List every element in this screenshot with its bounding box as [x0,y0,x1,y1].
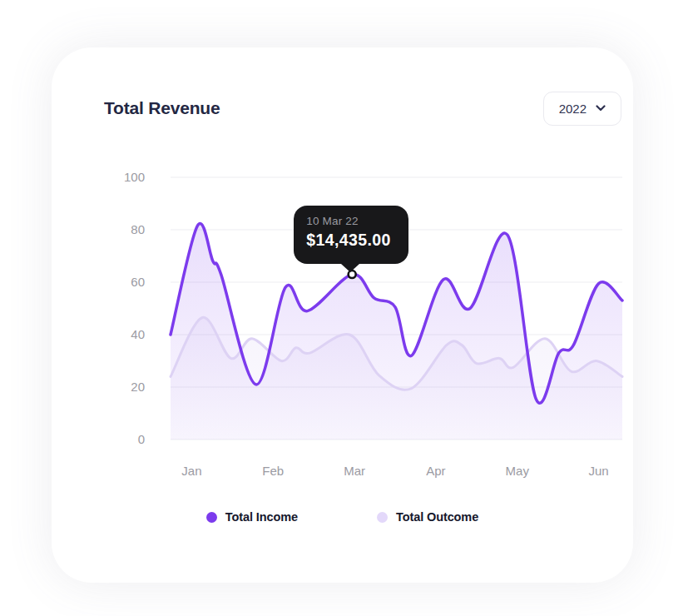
chart-legend: Total Income Total Outcome [52,510,633,524]
y-axis-label: 60 [131,275,145,289]
income-dot-icon [206,512,217,523]
legend-label: Total Income [225,510,298,524]
legend-item-total-income[interactable]: Total Income [206,510,298,524]
y-axis-label: 20 [131,380,145,394]
x-axis-label: May [506,464,530,478]
y-axis-label: 100 [124,170,145,184]
y-axis-label: 0 [138,432,145,446]
y-axis-label: 80 [131,222,145,236]
x-axis-label: Jun [589,464,609,478]
x-axis-label: Jan [181,464,201,478]
page: Total Revenue 2022 100806040200JanFebMar… [0,0,693,616]
x-axis-label: Feb [262,464,284,478]
tooltip-marker-icon [349,271,356,278]
x-axis-label: Mar [344,464,365,478]
outcome-dot-icon [377,512,388,523]
x-axis-label: Apr [426,464,445,478]
y-axis-label: 40 [131,327,145,341]
legend-item-total-outcome[interactable]: Total Outcome [377,510,478,524]
revenue-chart: 100806040200JanFebMarAprMayJun [52,47,633,497]
total-revenue-card: Total Revenue 2022 100806040200JanFebMar… [52,47,633,583]
legend-label: Total Outcome [396,510,478,524]
